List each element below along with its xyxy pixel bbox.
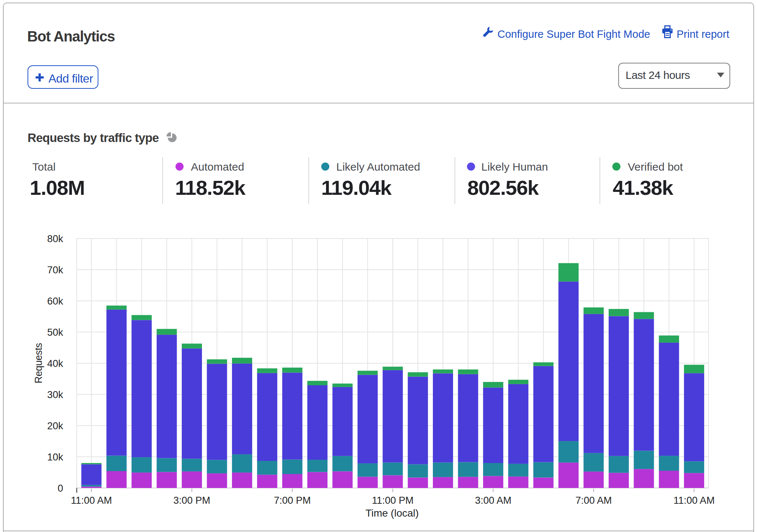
svg-text:0: 0 (58, 483, 63, 494)
svg-text:11:00 AM: 11:00 AM (674, 495, 715, 506)
svg-text:10k: 10k (47, 452, 63, 463)
svg-text:7:00 AM: 7:00 AM (575, 495, 612, 506)
svg-text:20k: 20k (47, 420, 63, 431)
svg-text:3:00 AM: 3:00 AM (475, 495, 511, 506)
svg-text:50k: 50k (47, 327, 63, 338)
svg-text:Requests: Requests (33, 343, 44, 383)
svg-text:80k: 80k (47, 233, 63, 244)
svg-text:11:00 AM: 11:00 AM (71, 495, 112, 506)
svg-text:3:00 PM: 3:00 PM (173, 495, 210, 506)
svg-text:30k: 30k (47, 389, 63, 400)
svg-text:11:00 PM: 11:00 PM (372, 495, 414, 506)
svg-text:Time (local): Time (local) (365, 507, 419, 519)
svg-text:70k: 70k (47, 265, 63, 276)
svg-text:7:00 PM: 7:00 PM (274, 495, 311, 506)
svg-text:40k: 40k (47, 358, 63, 369)
svg-text:60k: 60k (47, 296, 63, 307)
